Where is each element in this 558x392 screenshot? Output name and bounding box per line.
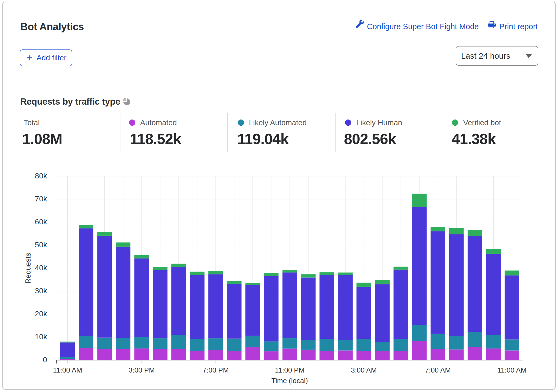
- svg-text:0: 0: [43, 356, 47, 364]
- svg-text:3:00 AM: 3:00 AM: [351, 366, 377, 374]
- svg-text:80k: 80k: [35, 172, 47, 180]
- svg-text:70k: 70k: [35, 195, 47, 203]
- svg-text:7:00 PM: 7:00 PM: [203, 366, 229, 374]
- svg-text:20k: 20k: [35, 310, 47, 318]
- svg-text:10k: 10k: [35, 333, 47, 341]
- svg-text:Requests: Requests: [24, 253, 32, 284]
- svg-text:30k: 30k: [35, 287, 47, 295]
- svg-text:3:00 PM: 3:00 PM: [129, 366, 155, 374]
- svg-text:7:00 AM: 7:00 AM: [425, 366, 451, 374]
- svg-text:50k: 50k: [35, 241, 47, 249]
- svg-text:11:00 AM: 11:00 AM: [53, 366, 82, 374]
- svg-text:40k: 40k: [35, 264, 47, 272]
- svg-text:11:00 PM: 11:00 PM: [275, 366, 304, 374]
- svg-text:Time (local): Time (local): [271, 377, 308, 385]
- svg-text:11:00 AM: 11:00 AM: [497, 366, 527, 374]
- svg-text:60k: 60k: [35, 218, 47, 226]
